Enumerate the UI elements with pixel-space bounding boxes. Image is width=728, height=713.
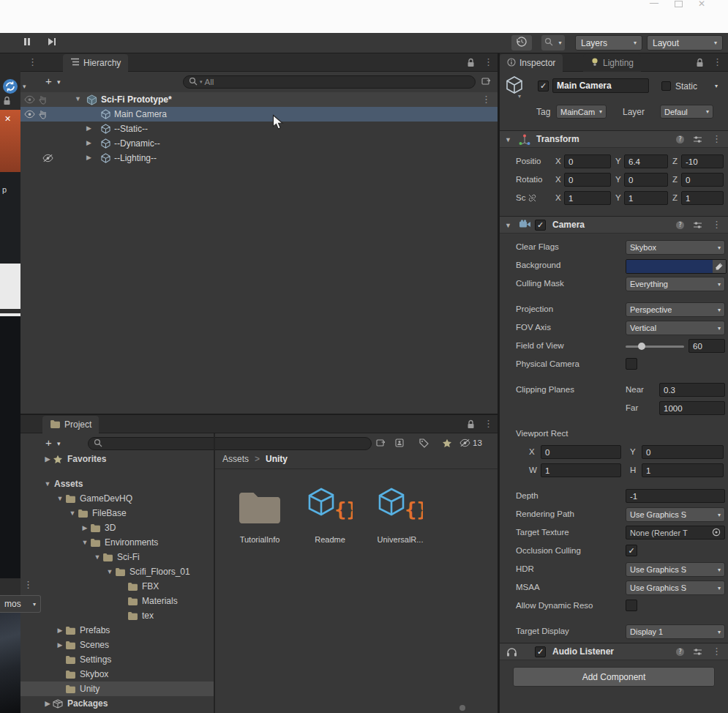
clear-flags-dropdown[interactable]: Skybox▾ — [626, 240, 725, 255]
pane-menu-icon[interactable]: ⋮ — [713, 56, 722, 67]
component-menu-icon[interactable]: ⋮ — [712, 133, 721, 144]
project-tree-item-fbx[interactable]: FBX — [20, 579, 214, 594]
add-gameobject-button[interactable]: + — [45, 75, 52, 87]
search-window-icon[interactable] — [376, 438, 386, 447]
rotatio-z-field[interactable]: 0 — [681, 173, 724, 187]
icon-size-slider-handle[interactable] — [459, 705, 465, 711]
project-tree-item-sci-fi[interactable]: ▼Sci-Fi — [20, 550, 214, 564]
foldout-icon[interactable]: ▼ — [92, 553, 102, 561]
chevron-down-icon[interactable]: ▾ — [23, 83, 26, 90]
presets-icon[interactable] — [693, 648, 702, 656]
occlusion-culling-checkbox[interactable]: ✓ — [626, 545, 637, 556]
project-tree-item-scifi-floors-01[interactable]: ▼Scifi_Floors_01 — [20, 564, 214, 579]
help-icon[interactable]: ? — [675, 647, 685, 657]
slider-handle[interactable] — [638, 343, 645, 350]
rotatio-y-field[interactable]: 0 — [624, 173, 668, 187]
hdr-dropdown[interactable]: Use Graphics S▾ — [626, 562, 725, 577]
help-icon[interactable]: ? — [675, 135, 685, 144]
chevron-down-icon[interactable]: ▾ — [57, 78, 61, 86]
eyedropper-icon[interactable] — [713, 260, 726, 273]
foldout-icon[interactable]: ▶ — [86, 139, 91, 146]
y-field[interactable]: 0 — [642, 445, 724, 459]
pane-menu-icon[interactable]: ⋮ — [484, 418, 493, 429]
w-field[interactable]: 1 — [541, 463, 621, 477]
field-of-view-value-field[interactable]: 60 — [688, 339, 725, 353]
project-tree-item-filebase[interactable]: ▼FileBase — [20, 506, 214, 520]
pickability-icon[interactable] — [38, 95, 47, 105]
positio-x-field[interactable]: 0 — [564, 154, 611, 168]
search-window-icon[interactable] — [481, 77, 491, 86]
hierarchy-item-main-camera[interactable]: Main Camera — [20, 107, 498, 122]
tag-dropdown[interactable]: MainCam ▾ — [556, 105, 607, 119]
lock-icon[interactable] — [467, 419, 475, 429]
pane-menu-icon[interactable]: ⋮ — [484, 56, 493, 67]
lock-icon[interactable] — [696, 58, 704, 67]
gizmos-dropdown-fragment[interactable]: mos ▾ — [0, 595, 41, 613]
component-menu-icon[interactable]: ⋮ — [712, 219, 721, 230]
lock-icon[interactable] — [467, 58, 475, 67]
project-tree-item-prefabs[interactable]: ▶Prefabs — [20, 623, 214, 638]
audio-listener-component-header[interactable]: ✓ Audio Listener ? ⋮ — [500, 643, 728, 660]
layer-dropdown[interactable]: Defaul ▾ — [660, 105, 713, 119]
foldout-icon[interactable]: ▼ — [505, 222, 511, 229]
sc-z-field[interactable]: 1 — [681, 191, 724, 205]
depth-field[interactable]: -1 — [626, 489, 725, 503]
scene-row[interactable]: ▼ Sci-Fi Prototype* ⋮ — [20, 92, 498, 107]
x-field[interactable]: 0 — [541, 445, 621, 459]
foldout-icon[interactable]: ▼ — [75, 95, 81, 102]
rendering-path-dropdown[interactable]: Use Graphics S▾ — [626, 507, 725, 522]
foldout-icon[interactable]: ▶ — [86, 124, 91, 132]
project-tree-item-scenes[interactable]: ▶Scenes — [20, 638, 214, 652]
tab-lighting[interactable]: Lighting — [583, 54, 641, 72]
project-asset-readme[interactable]: {}Readme — [299, 472, 361, 544]
field-of-view-slider[interactable] — [626, 346, 684, 348]
foldout-icon[interactable]: ▶ — [80, 524, 90, 531]
layers-dropdown[interactable]: Layers ▾ — [575, 35, 642, 51]
gameobject-name-field[interactable]: Main Camera — [552, 78, 649, 93]
transform-component-header[interactable]: ▼ Transform ? ⋮ — [500, 130, 728, 148]
rotatio-x-field[interactable]: 0 — [564, 173, 611, 187]
add-asset-button[interactable]: + — [45, 436, 52, 449]
foldout-icon[interactable]: ▼ — [67, 509, 78, 517]
target-display-dropdown[interactable]: Display 1▾ — [626, 624, 725, 639]
component-menu-icon[interactable]: ⋮ — [712, 646, 721, 657]
visibility-eye-icon[interactable] — [24, 110, 35, 119]
project-tree-item-unity[interactable]: Unity — [20, 682, 214, 696]
close-icon[interactable]: ✕ — [4, 114, 11, 124]
foldout-icon[interactable]: ▶ — [86, 154, 91, 161]
physical-camera-checkbox[interactable] — [626, 358, 637, 370]
hierarchy-item-dynamic[interactable]: ▶--Dynamic-- — [20, 136, 498, 151]
step-button[interactable] — [42, 35, 61, 51]
tab-project[interactable]: Project — [42, 416, 99, 433]
hidden-packages-icon[interactable] — [459, 438, 470, 447]
active-checkbox[interactable]: ✓ — [538, 81, 549, 92]
camera-component-header[interactable]: ▼ ✓ Camera ? ⋮ — [500, 216, 728, 234]
foldout-icon[interactable]: ▶ — [42, 455, 53, 463]
chevron-down-icon[interactable]: ▾ — [715, 83, 718, 89]
far-field[interactable]: 1000 — [659, 401, 725, 415]
project-tree-item-packages[interactable]: ▶Packages — [20, 696, 214, 711]
pause-button[interactable] — [18, 35, 37, 51]
gameobject-icon[interactable] — [505, 75, 524, 94]
positio-y-field[interactable]: 6.4 — [624, 154, 668, 168]
project-tree-item-skybox[interactable]: Skybox — [20, 667, 214, 682]
project-asset-universalr[interactable]: {}UniversalR... — [369, 472, 432, 544]
foldout-icon[interactable]: ▼ — [55, 495, 65, 502]
presets-icon[interactable] — [693, 221, 702, 229]
project-tree-item-3d[interactable]: ▶3D — [20, 520, 214, 535]
target-texture-object-field[interactable]: None (Render T — [626, 526, 725, 540]
constrain-proportions-icon[interactable] — [528, 193, 537, 203]
project-tree-item-environments[interactable]: ▼Environments — [20, 535, 214, 550]
project-tree-item-tex[interactable]: tex — [20, 608, 214, 623]
hierarchy-item-lighting[interactable]: ▶--Lighting-- — [20, 151, 498, 165]
presets-icon[interactable] — [693, 135, 702, 143]
project-tree-item-favorites[interactable]: ▶ Favorites — [20, 452, 214, 466]
scene-menu-icon[interactable]: ⋮ — [481, 94, 491, 105]
object-picker-icon[interactable] — [712, 528, 721, 538]
positio-z-field[interactable]: -10 — [681, 154, 724, 168]
project-tree-item-gamedevhq[interactable]: ▼GameDevHQ — [20, 491, 214, 506]
hierarchy-item-static[interactable]: ▶--Static-- — [20, 122, 498, 136]
undo-history-button[interactable] — [511, 35, 532, 51]
chevron-down-icon[interactable]: ▾ — [57, 440, 61, 447]
foldout-icon[interactable]: ▼ — [80, 539, 90, 546]
